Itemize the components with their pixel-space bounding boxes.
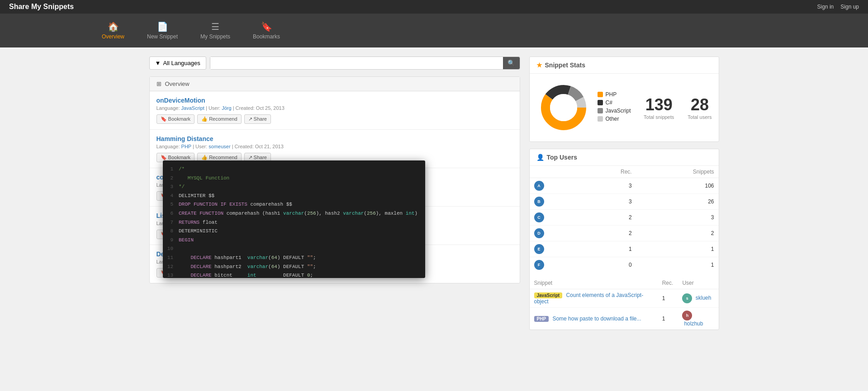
- donut-svg: [536, 80, 591, 135]
- snippet-actions-1: 🔖 Bookmark 👍 Recommend ↗ Share: [157, 114, 513, 124]
- line-num-7: 7: [163, 219, 179, 227]
- snippet-title-1[interactable]: onDeviceMotion: [157, 97, 205, 104]
- user-cell: B: [530, 194, 581, 210]
- table-row: F 0 1: [530, 257, 719, 273]
- line-code-7: RETURNS float: [179, 219, 425, 227]
- legend-label-javascript: JavaScript: [606, 108, 631, 114]
- code-line-11: 11 DECLARE hashpart1 varchar(64) DEFAULT…: [163, 254, 425, 263]
- col-snippets: Snippets: [636, 166, 719, 178]
- lang-badge-php-2: PHP: [534, 316, 549, 322]
- total-users-label: Total users: [688, 114, 711, 120]
- rec-user-link-1[interactable]: sklueh: [696, 295, 711, 301]
- line-num-3: 3: [163, 183, 179, 191]
- snippets-cell: 26: [636, 194, 719, 210]
- nav-tab-overview[interactable]: 🏠 Overview: [90, 14, 136, 47]
- top-users-title: Top Users: [547, 154, 577, 161]
- line-num-12: 12: [163, 263, 179, 271]
- search-button[interactable]: 🔍: [503, 57, 520, 69]
- code-line-6: 6 CREATE FUNCTION comparehash (hash1 var…: [163, 209, 425, 218]
- stats-numbers: 139 Total snippets 28 Total users: [644, 95, 711, 120]
- line-code-12: DECLARE hashpart2 varchar(64) DEFAULT ""…: [179, 263, 425, 271]
- rec-avatar-1: s: [682, 293, 692, 303]
- code-line-3: 3 */: [163, 183, 425, 192]
- avatar: E: [534, 244, 544, 254]
- snippet-user-link-2[interactable]: someuser: [209, 144, 230, 149]
- filter-icon: ▼: [155, 60, 161, 66]
- col-rec: Rec.: [581, 166, 636, 178]
- stats-card-header: ★ Snippet Stats: [530, 57, 719, 74]
- header-auth: Sign in Sign up: [817, 4, 859, 10]
- nav-tab-my-snippets[interactable]: ☰ My Snippets: [189, 14, 242, 47]
- rec-snippet-cell-1: JavaScript Count elements of a JavaScrip…: [530, 289, 658, 308]
- line-code-2: MYSQL Function: [179, 174, 425, 183]
- recommend-btn-1[interactable]: 👍 Recommend: [197, 114, 241, 124]
- snippets-cell: 3: [636, 210, 719, 226]
- rec-user-link-2[interactable]: holzhub: [684, 320, 703, 327]
- user-cell: D: [530, 226, 581, 241]
- legend-php: PHP: [598, 91, 631, 98]
- rec-avatar-2: h: [682, 311, 692, 320]
- code-line-9: 9 BEGIN: [163, 236, 425, 245]
- rec-snippets-table: Snippet Rec. User JavaScript Count eleme…: [530, 277, 719, 330]
- nav-new-snippet-label: New Snippet: [147, 33, 178, 40]
- top-users-table: Rec. Snippets A 3 106 B 3 26: [530, 166, 719, 273]
- nav-my-snippets-label: My Snippets: [200, 33, 230, 40]
- search-bar: ▼ All Languages 🔍: [149, 57, 520, 70]
- line-num-4: 4: [163, 192, 179, 200]
- table-row: C 2 3: [530, 210, 719, 226]
- snippet-user-link-1[interactable]: Jörg: [222, 105, 231, 111]
- user-cell: E: [530, 241, 581, 257]
- avatar: A: [534, 181, 544, 191]
- line-num-6: 6: [163, 210, 179, 218]
- snippet-meta-1: Language: JavaScript | User: Jörg | Crea…: [157, 105, 513, 111]
- col-user: [530, 166, 581, 178]
- sign-up-link[interactable]: Sign up: [840, 4, 859, 10]
- user-cell: A: [530, 178, 581, 194]
- line-num-13: 13: [163, 272, 179, 278]
- legend-dot-javascript: [598, 108, 603, 113]
- line-code-8: DETERMINISTIC: [179, 227, 425, 236]
- table-row: B 3 26: [530, 194, 719, 210]
- search-input[interactable]: [210, 57, 503, 69]
- legend-javascript: JavaScript: [598, 108, 631, 114]
- legend-dot-other: [598, 116, 603, 122]
- snippet-lang-link-1[interactable]: JavaScript: [181, 105, 204, 111]
- bookmarks-icon: 🔖: [261, 21, 272, 32]
- code-line-8: 8 DETERMINISTIC: [163, 227, 425, 236]
- right-panel: ★ Snippet Stats: [529, 57, 719, 330]
- nav-tab-new-snippet[interactable]: 📄 New Snippet: [136, 14, 189, 47]
- bookmark-btn-1[interactable]: 🔖 Bookmark: [157, 114, 195, 124]
- rec-user-cell-1: s sklueh: [678, 289, 718, 308]
- share-btn-1[interactable]: ↗ Share: [244, 114, 271, 124]
- snippet-title-2[interactable]: Hamming Distance: [157, 135, 213, 142]
- nav-bookmarks-label: Bookmarks: [253, 33, 280, 40]
- overview-title: Overview: [165, 80, 190, 87]
- line-num-9: 9: [163, 236, 179, 245]
- header-bar: Share My Snippets Sign in Sign up: [0, 0, 868, 14]
- sign-in-link[interactable]: Sign in: [817, 4, 834, 10]
- list-item: JavaScript Count elements of a JavaScrip…: [530, 289, 719, 308]
- avatar: C: [534, 212, 544, 222]
- line-code-9: BEGIN: [179, 236, 425, 245]
- snippet-lang-link-2[interactable]: PHP: [181, 144, 191, 149]
- rec-snippets-section: Snippet Rec. User JavaScript Count eleme…: [530, 277, 719, 330]
- code-content: 1 /* 2 MYSQL Function 3 */ 4 DELIMITER $…: [163, 160, 425, 278]
- home-icon: 🏠: [108, 21, 119, 32]
- line-num-11: 11: [163, 254, 179, 262]
- rec-rec-cell-2: 1: [658, 308, 678, 330]
- overview-header: ⊞ Overview: [150, 77, 520, 91]
- legend-dot-php: [598, 92, 603, 97]
- rec-snippet-cell-2: PHP Some how paste to download a file...: [530, 308, 658, 330]
- rec-cell: 3: [581, 178, 636, 194]
- table-row: D 2 2: [530, 226, 719, 241]
- rec-cell: 2: [581, 210, 636, 226]
- line-num-5: 5: [163, 201, 179, 209]
- my-snippets-icon: ☰: [211, 21, 219, 32]
- rec-snippet-link-2[interactable]: Some how paste to download a file...: [552, 316, 641, 322]
- legend-other: Other: [598, 116, 631, 122]
- main-nav: 🏠 Overview 📄 New Snippet ☰ My Snippets 🔖…: [0, 14, 868, 47]
- nav-tab-bookmarks[interactable]: 🔖 Bookmarks: [242, 14, 291, 47]
- code-line-5: 5 DROP FUNCTION IF EXISTS comparehash $$: [163, 200, 425, 209]
- language-filter-button[interactable]: ▼ All Languages: [149, 57, 206, 70]
- table-row: A 3 106: [530, 178, 719, 194]
